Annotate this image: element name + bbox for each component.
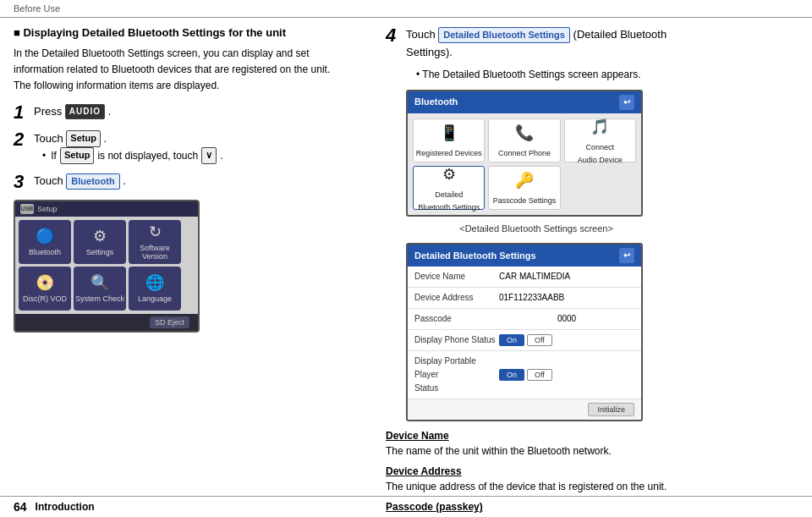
step-2-content: Touch Setup . If Setup is not displayed,… — [34, 130, 223, 164]
passcode-row: Passcode 0000 — [408, 309, 641, 330]
syscheck-icon-cell: 🔍 System Check — [74, 267, 126, 311]
detailed-bt-settings-tag: Detailed Bluetooth Settings — [438, 27, 570, 44]
disc-icon-cell: 📀 Disc(R) VOD — [19, 267, 71, 311]
footer-label: Introduction — [36, 501, 95, 513]
bluetooth-tag: Bluetooth — [66, 173, 119, 190]
top-bar: Before Use — [0, 0, 812, 18]
bt-screen-caption: <Detailed Bluetooth Settings screen> — [406, 222, 667, 237]
screen-bottom-bar: SD Eject — [15, 314, 198, 331]
step-4: 4 Touch Detailed Bluetooth Settings (Det… — [386, 26, 798, 425]
syscheck-symbol: 🔍 — [91, 273, 109, 292]
step-1-suffix: . — [108, 105, 112, 118]
step-2-number: 2 — [14, 130, 29, 149]
passcode-settings-label: Passcode Settings — [493, 195, 557, 206]
sd-eject-btn[interactable]: SD Eject — [150, 316, 189, 328]
usb-icon: USB — [20, 204, 34, 214]
device-address-row: Device Address 01F112233AABB — [408, 288, 641, 309]
passcode-settings-cell[interactable]: 🔑 Passcode Settings — [488, 166, 560, 210]
software-cell-label: Software Version — [129, 244, 181, 261]
connect-phone-icon: 📞 — [515, 121, 534, 146]
step-3-number: 3 — [14, 173, 29, 191]
registered-devices-label: Registered Devices — [416, 147, 482, 159]
display-portable-toggles: On Off — [499, 369, 552, 381]
display-phone-row: Display Phone Status On Off — [408, 330, 641, 351]
chevron-down-tag: ∨ — [201, 147, 217, 164]
passcode-settings-icon: 🔑 — [515, 168, 534, 193]
screen-icon-row-2: 📀 Disc(R) VOD 🔍 System Check 🌐 Language — [19, 267, 195, 311]
initialize-btn[interactable]: Initialize — [588, 403, 634, 416]
portable-status-on-btn[interactable]: On — [499, 369, 524, 381]
setup-sidebar-label: Setup — [37, 205, 58, 213]
display-phone-label: Display Phone Status — [414, 333, 499, 347]
connect-audio-label: ConnectAudio Device — [578, 141, 623, 166]
step-1: 1 Press AUDIO . — [14, 103, 369, 122]
device-name-term: Device Name — [386, 430, 798, 442]
step-4-label: Touch Detailed Bluetooth Settings (Detai… — [406, 26, 667, 62]
dbt-back-btn[interactable]: ↩ — [619, 248, 634, 263]
section-label: Before Use — [14, 3, 60, 14]
settings-icon-cell: ⚙ Settings — [74, 220, 126, 264]
detailed-bt-screen: Detailed Bluetooth Settings ↩ Device Nam… — [406, 243, 643, 421]
audio-button-tag: AUDIO — [65, 104, 105, 119]
settings-cell-label: Settings — [86, 248, 114, 256]
bluetooth-icon-cell: 🔵 Bluetooth — [19, 220, 71, 264]
device-address-label: Device Address — [414, 291, 499, 305]
device-address-term: Device Address — [386, 465, 798, 477]
screen-topbar: USB Setup — [15, 201, 198, 217]
step-1-text: Press — [34, 105, 65, 118]
disc-symbol: 📀 — [36, 273, 54, 292]
step-2-text: Touch — [34, 132, 66, 145]
device-name-value: CAR MALTIMEDIA — [499, 270, 634, 283]
step-2-sub-text-3: . — [220, 148, 222, 164]
disc-cell-label: Disc(R) VOD — [23, 294, 67, 303]
detailed-bt-settings-icon: ⚙ — [442, 162, 456, 187]
page-number: 64 — [14, 500, 27, 514]
syscheck-cell-label: System Check — [75, 294, 124, 303]
intro-line-2: information related to Bluetooth devices… — [14, 63, 330, 75]
step-3-content: Touch Bluetooth . — [34, 173, 126, 190]
setup-tag: Setup — [66, 130, 101, 147]
software-icon-cell: ↻ Software Version — [129, 220, 181, 264]
step-4-number: 4 — [386, 26, 401, 45]
page-footer: 64 Introduction — [0, 496, 812, 517]
step-2-suffix: . — [104, 132, 107, 145]
step-2-subbullet: If Setup is not displayed, touch ∨ . — [42, 147, 223, 164]
language-symbol: 🌐 — [145, 273, 164, 292]
step-3: 3 Touch Bluetooth . — [14, 173, 369, 191]
passcode-label: Passcode — [414, 312, 499, 326]
portable-status-off-btn[interactable]: Off — [527, 369, 552, 381]
intro-line-1: In the Detailed Bluetooth Settings scree… — [14, 47, 310, 59]
display-phone-toggles: On Off — [499, 334, 552, 346]
settings-symbol: ⚙ — [93, 227, 107, 245]
display-portable-label: Display Portable PlayerStatus — [414, 355, 499, 395]
connect-phone-label: Connect Phone — [498, 147, 551, 159]
phone-status-off-btn[interactable]: Off — [527, 334, 552, 346]
step-2-sub-text: If — [51, 148, 57, 164]
device-name-desc: The name of the unit within the Bluetoot… — [386, 443, 798, 459]
step-3-suffix: . — [123, 174, 126, 187]
step-1-content: Press AUDIO . — [34, 103, 111, 121]
section-title: Displaying Detailed Bluetooth Settings f… — [14, 26, 369, 39]
bt-screen-back-btn[interactable]: ↩ — [619, 95, 634, 110]
connect-phone-cell[interactable]: 📞 Connect Phone — [488, 118, 560, 162]
passcode-value: 0000 — [499, 312, 634, 326]
setup-tag-2: Setup — [60, 147, 95, 164]
software-symbol: ↻ — [149, 223, 162, 241]
dbt-screen-title: Detailed Bluetooth Settings — [414, 249, 536, 264]
registered-devices-icon: 📱 — [440, 121, 458, 146]
step-4-content: Touch Detailed Bluetooth Settings (Detai… — [406, 26, 667, 425]
detailed-bt-settings-label: DetailedBluetooth Settings — [418, 189, 480, 213]
device-address-value: 01F112233AABB — [499, 291, 634, 305]
detailed-bt-settings-cell[interactable]: ⚙ DetailedBluetooth Settings — [413, 166, 485, 210]
phone-status-on-btn[interactable]: On — [499, 334, 524, 346]
dbt-screen-header: Detailed Bluetooth Settings ↩ — [408, 245, 641, 267]
step3-screen-mockup: USB Setup 🔵 Bluetooth ⚙ Settings ↻ Softw… — [14, 200, 200, 333]
step-4-sub: The Detailed Bluetooth Settings screen a… — [416, 67, 667, 83]
registered-devices-cell[interactable]: 📱 Registered Devices — [413, 118, 485, 162]
step-3-text: Touch — [34, 174, 66, 187]
step-1-number: 1 — [14, 103, 29, 122]
step-2-sub-text-2: is not displayed, touch — [97, 148, 198, 164]
bt-icon-grid: 📱 Registered Devices 📞 Connect Phone 🎵 C… — [408, 113, 641, 215]
connect-audio-cell[interactable]: 🎵 ConnectAudio Device — [564, 118, 636, 162]
bt-screen-title: Bluetooth — [414, 95, 458, 110]
